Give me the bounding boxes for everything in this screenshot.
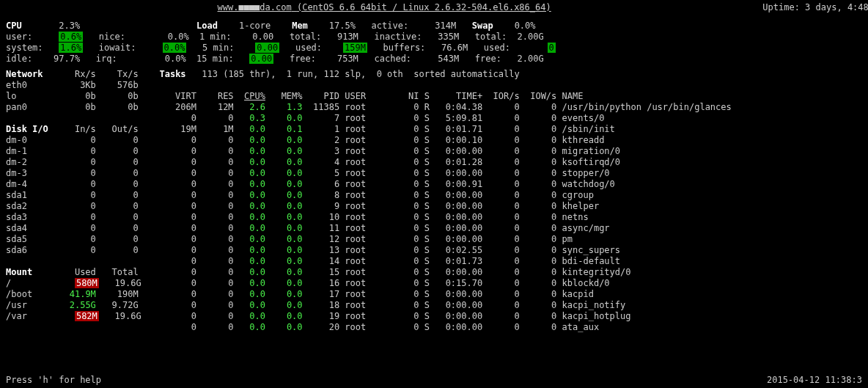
row: 0 0 0.0 0.0 20 root 0 S 0:00.00 0 0 ata_… xyxy=(6,322,868,333)
row: sda1 0 0 0 0 0.0 0.0 8 root 0 S 0:00.00 … xyxy=(6,190,868,201)
row: dm-1 0 0 0 0 0.0 0.0 3 root 0 S 0:00.00 … xyxy=(6,146,868,157)
process-panel: Network Rx/s Tx/s Tasks 113 (185 thr), 1… xyxy=(6,69,868,333)
row: sda6 0 0 0 0 0.0 0.0 13 root 0 S 0:02.55… xyxy=(6,245,868,256)
stats-panel: CPU 2.3% Load 1-core Mem 17.5% active: 3… xyxy=(6,21,868,65)
row: Network Rx/s Tx/s Tasks 113 (185 thr), 1… xyxy=(6,69,868,80)
row: dm-0 0 0 0 0 0.0 0.0 2 root 0 S 0:00.10 … xyxy=(6,135,868,146)
footer-bar: Press 'h' for help 2015-04-12 11:38:3 xyxy=(6,375,862,386)
row: sda3 0 0 0 0 0.0 0.0 10 root 0 S 0:00.00… xyxy=(6,212,868,223)
row: dm-3 0 0 0 0 0.0 0.0 5 root 0 S 0:00.00 … xyxy=(6,168,868,179)
row: dm-2 0 0 0 0 0.0 0.0 4 root 0 S 0:01.28 … xyxy=(6,157,868,168)
row: /usr 2.55G 9.72G 0 0 0.0 0.0 18 root 0 S… xyxy=(6,300,868,311)
row: /boot 41.9M 190M 0 0 0.0 0.0 17 root 0 S… xyxy=(6,289,868,300)
header-bar: www.■■■■da.com (CentOS 6.6 64bit / Linux… xyxy=(6,2,868,13)
row: sda4 0 0 0 0 0.0 0.0 11 root 0 S 0:00.00… xyxy=(6,223,868,234)
row: Disk I/O In/s Out/s 19M 1M 0.0 0.1 1 roo… xyxy=(6,124,868,135)
row: eth0 3Kb 576b xyxy=(6,80,868,91)
row: 0 0 0.0 0.0 14 root 0 S 0:01.73 0 0 bdi-… xyxy=(6,256,868,267)
row: /var 582M 19.6G 0 0 0.0 0.0 19 root 0 S … xyxy=(6,311,868,322)
row: lo 0b 0b VIRT RES CPU% MEM% PID USER NI … xyxy=(6,91,868,102)
uptime: Uptime: 3 days, 4:48: xyxy=(762,2,868,13)
row: / 580M 19.6G 0 0 0.0 0.0 16 root 0 S 0:1… xyxy=(6,278,868,289)
help-hint: Press 'h' for help xyxy=(6,375,101,386)
row: sda5 0 0 0 0 0.0 0.0 12 root 0 S 0:00.00… xyxy=(6,234,868,245)
row: pan0 0b 0b 206M 12M 2.6 1.3 11385 root 0… xyxy=(6,102,868,113)
row: Mount Used Total 0 0 0.0 0.0 15 root 0 S… xyxy=(6,267,868,278)
timestamp: 2015-04-12 11:38:3 xyxy=(767,375,862,386)
row: sda2 0 0 0 0 0.0 0.0 9 root 0 S 0:00.00 … xyxy=(6,201,868,212)
host-os-line: www.■■■■da.com (CentOS 6.6 64bit / Linux… xyxy=(6,2,762,13)
row: 0 0 0.3 0.0 7 root 0 S 5:09.81 0 0 event… xyxy=(6,113,868,124)
row: dm-4 0 0 0 0 0.0 0.0 6 root 0 S 0:00.91 … xyxy=(6,179,868,190)
